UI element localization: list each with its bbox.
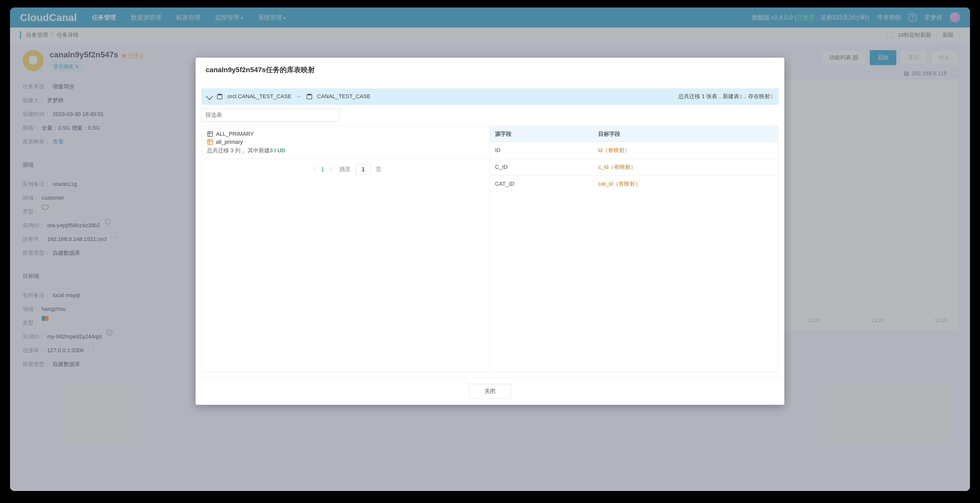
field-mapping-panel: 源字段 目标字段 IDid（有映射） C_IDc_id（有映射） CAT_IDc…	[490, 126, 778, 371]
field-mapping-table: 源字段 目标字段 IDid（有映射） C_IDc_id（有映射） CAT_IDc…	[490, 126, 778, 193]
table-row: IDid（有映射）	[490, 142, 778, 159]
target-field: id（有映射）	[593, 142, 778, 159]
filter-table-input[interactable]	[202, 108, 339, 121]
target-table-name: all_primary	[216, 139, 243, 145]
pagination: 〈 1 〉 跳至 页	[202, 159, 490, 180]
next-page-button[interactable]: 〉	[329, 166, 335, 173]
table-icon	[207, 131, 213, 137]
database-icon	[216, 93, 223, 100]
svg-rect-3	[208, 132, 213, 137]
source-field: CAT_ID	[490, 176, 593, 193]
modal-title: canaln9y5f2n547s任务的库表映射	[196, 57, 784, 83]
target-db-name: CANAL_TEST_CASE	[317, 93, 371, 100]
arrow-right-icon: →	[296, 93, 302, 100]
page-jump-input[interactable]	[356, 164, 371, 175]
banner-summary: 总共迁移 1 张表，新建表1，存在映射1	[678, 93, 773, 100]
table-row[interactable]: ALL_PRIMARY all_primary 总共迁移 3 列， 其中新建3 …	[202, 126, 490, 159]
svg-rect-6	[208, 140, 213, 145]
column-summary: 总共迁移 3 列， 其中新建3 I UD	[207, 147, 485, 154]
source-field: ID	[490, 142, 593, 159]
col-header-target: 目标字段	[593, 126, 778, 142]
close-button[interactable]: 关闭	[469, 384, 511, 399]
chevron-down-icon[interactable]	[206, 93, 213, 100]
table-row: C_IDc_id（有映射）	[490, 159, 778, 176]
target-field: c_id（有映射）	[593, 159, 778, 176]
target-field: cat_id（有映射）	[593, 176, 778, 193]
page-unit: 页	[376, 166, 381, 173]
table-list-panel: ALL_PRIMARY all_primary 总共迁移 3 列， 其中新建3 …	[202, 126, 490, 371]
page-number[interactable]: 1	[321, 166, 324, 173]
svg-point-1	[217, 94, 222, 96]
mapping-summary-banner[interactable]: orcl.CANAL_TEST_CASE → CANAL_TEST_CASE 总…	[202, 88, 778, 105]
table-mapping-modal: canaln9y5f2n547s任务的库表映射 orcl.CANAL_TEST_…	[196, 57, 784, 405]
source-field: C_ID	[490, 159, 593, 176]
col-header-source: 源字段	[490, 126, 593, 142]
svg-point-2	[307, 94, 312, 96]
source-table-name: ALL_PRIMARY	[216, 131, 254, 137]
source-db-name: orcl.CANAL_TEST_CASE	[228, 93, 291, 100]
database-icon	[306, 93, 313, 100]
table-icon	[207, 139, 213, 145]
jump-label: 跳至	[340, 166, 351, 173]
modal-overlay[interactable]: canaln9y5f2n547s任务的库表映射 orcl.CANAL_TEST_…	[10, 8, 970, 491]
table-row: CAT_IDcat_id（有映射）	[490, 176, 778, 193]
prev-page-button[interactable]: 〈	[310, 166, 316, 173]
